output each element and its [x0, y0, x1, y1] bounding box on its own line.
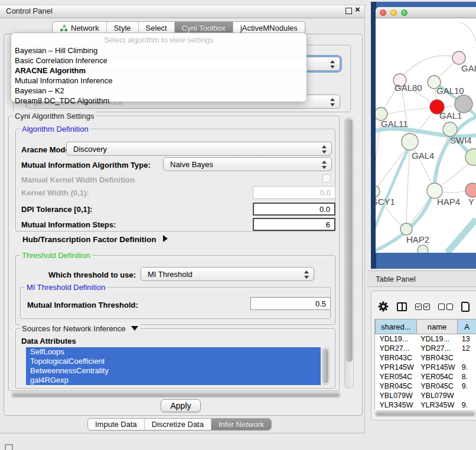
mi-steps-field[interactable]: 6	[253, 218, 335, 231]
attribute-item[interactable]: TopologicalCoefficient	[26, 357, 321, 366]
network-edge[interactable]	[382, 107, 435, 115]
mi-type-combo[interactable]: Naive Bayes	[163, 157, 332, 171]
mi-threshold-field[interactable]: 0.5	[250, 297, 331, 310]
collapse-arrow-icon[interactable]	[131, 326, 138, 331]
table-cell: 9.	[458, 400, 476, 410]
attribute-item[interactable]: BetweennessCentrality	[26, 366, 321, 376]
kernel-width-field[interactable]: 0.0	[253, 186, 335, 199]
manual-kernel-label: Manual Kernel Width Definition	[21, 175, 135, 184]
which-threshold-value: MI Threshold	[148, 270, 193, 279]
table-cell: YDR27...	[416, 344, 458, 353]
tab-select[interactable]: Select	[139, 22, 175, 34]
node-label: HAP4	[437, 197, 460, 207]
expand-arrow-icon[interactable]	[163, 235, 168, 242]
control-panel-title: Control Panel	[6, 6, 53, 15]
table-column-header[interactable]: name	[416, 319, 458, 334]
settings-hscrollbar[interactable]	[11, 392, 341, 398]
algorithm-option-list: Bayesian – Hill ClimbingBasic Correlatio…	[12, 45, 305, 106]
export-table-icon[interactable]	[461, 302, 470, 312]
float-panel-icon[interactable]	[345, 8, 352, 14]
gear-icon[interactable]	[378, 301, 389, 312]
columns-icon[interactable]	[397, 302, 407, 311]
network-edge[interactable]	[406, 144, 410, 227]
network-edge[interactable]	[459, 22, 476, 41]
table-row[interactable]: YBL079WYBL079W	[376, 391, 476, 400]
which-threshold-combo[interactable]: MI Threshold	[141, 267, 314, 281]
network-node[interactable]	[443, 122, 457, 136]
apply-button[interactable]: Apply	[161, 399, 201, 412]
network-node[interactable]	[400, 223, 412, 235]
algorithm-option[interactable]: Bayesian – Hill Climbing	[12, 45, 305, 56]
mi-type-value: Naive Bayes	[170, 160, 213, 169]
algorithm-option[interactable]: Bayesian – K2	[12, 86, 305, 96]
network-node[interactable]	[376, 185, 380, 197]
attribute-item[interactable]: SelfLoops	[26, 347, 321, 357]
table-panel-title: Table Panel	[376, 275, 416, 283]
algorithm-option[interactable]: Dream8 DC_TDC Algorithm	[12, 96, 305, 106]
network-node[interactable]	[402, 133, 418, 150]
tab-infer-network[interactable]: Infer Network	[211, 419, 271, 430]
table-hscrollbar[interactable]	[374, 410, 476, 417]
tab-network[interactable]: Network	[53, 22, 107, 34]
tab-label: Discretize Data	[152, 420, 204, 429]
close-panel-icon[interactable]: ×	[355, 5, 360, 14]
attribute-item[interactable]: gal4RGexp	[26, 376, 321, 385]
tab-discretize-data[interactable]: Discretize Data	[145, 419, 211, 430]
tab-cyni-toolbox[interactable]: Cyni Toolbox	[175, 22, 233, 34]
table-cell: YBL079W	[376, 391, 417, 400]
algorithm-option[interactable]: Mutual Information Inference	[12, 76, 305, 86]
close-window-icon[interactable]	[380, 9, 386, 16]
dpi-tolerance-field[interactable]: 0.0	[253, 203, 335, 216]
tab-style[interactable]: Style	[107, 22, 139, 34]
minimize-window-icon[interactable]	[390, 9, 397, 16]
node-label: GAL10	[436, 86, 464, 96]
algorithm-option[interactable]: Basic Correlation Inference	[12, 56, 305, 66]
table-row[interactable]: YER054CYER054C8.	[376, 372, 476, 381]
node-label: GAL1	[439, 110, 462, 120]
panel-divider	[364, 5, 365, 433]
node-table[interactable]: shared...nameA YDL19...YDL19...13YDR27..…	[374, 319, 476, 410]
table-column-header[interactable]: A	[458, 319, 476, 334]
tab-label: Infer Network	[219, 420, 264, 429]
algorithm-option[interactable]: ARACNE Algorithm	[12, 66, 305, 76]
network-edge[interactable]	[402, 56, 459, 78]
table-cell: YLR345W	[416, 400, 458, 410]
tab-jactivemnodules[interactable]: jActiveMNodules	[233, 22, 305, 34]
table-row[interactable]: YDL19...YDL19...13	[376, 334, 476, 344]
which-threshold-label: Which threshold to use:	[48, 270, 136, 279]
table-cell: YER054C	[376, 372, 417, 381]
attributes-scrollbar[interactable]	[322, 347, 330, 385]
tab-label: Select	[146, 24, 167, 32]
table-cell: YDR27...	[376, 344, 417, 353]
network-window-titlebar[interactable]	[376, 7, 476, 18]
network-node[interactable]	[465, 183, 476, 197]
apply-button-label: Apply	[170, 401, 191, 410]
table-row[interactable]: YLR345WYLR345W9.	[376, 400, 476, 410]
table-cell	[458, 353, 476, 363]
stepper-arrows-icon	[304, 270, 309, 279]
tab-impute-data[interactable]: Impute Data	[88, 419, 145, 430]
node-label: GAL11	[381, 119, 408, 129]
table-column-header[interactable]: shared...	[376, 319, 417, 334]
network-node[interactable]	[418, 245, 428, 253]
aracne-mode-combo[interactable]: Discovery	[66, 142, 332, 156]
table-row[interactable]: YPR145WYPR145W9.	[376, 363, 476, 372]
docked-panel-icon[interactable]	[5, 444, 13, 450]
network-edge[interactable]	[447, 219, 476, 253]
deselect-all-icon[interactable]	[438, 304, 453, 310]
network-node[interactable]	[452, 51, 465, 64]
select-all-icon[interactable]	[415, 304, 430, 310]
table-row[interactable]: YBR043CYBR043C	[376, 353, 476, 363]
zoom-window-icon[interactable]	[401, 9, 407, 16]
node-label: SWI4	[450, 135, 472, 145]
table-row[interactable]: YDR27...YDR27...12	[376, 344, 476, 353]
mi-steps-label: Mutual Information Steps:	[21, 220, 116, 229]
table-row[interactable]: YBR045CYBR045C9.	[376, 381, 476, 391]
settings-vscrollbar[interactable]	[344, 117, 354, 389]
panel-divider	[0, 433, 365, 433]
dpi-tolerance-label: DPI Tolerance [0,1]:	[21, 205, 92, 214]
network-graph[interactable]: GALGAL80GAL10GAL1GAL11SWI4GAL4GCY1HAP4YH…	[376, 18, 476, 253]
manual-kernel-checkbox[interactable]	[322, 174, 331, 182]
network-edge[interactable]	[376, 144, 410, 235]
table-cell: YBR043C	[416, 353, 458, 363]
